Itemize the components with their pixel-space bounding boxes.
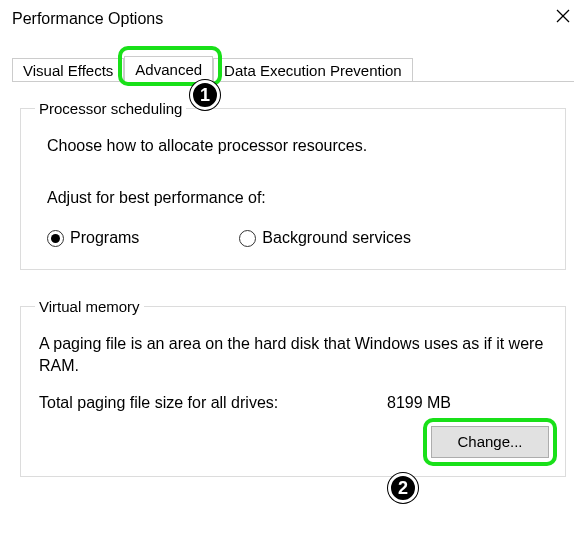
tab-visual-effects[interactable]: Visual Effects: [12, 58, 124, 82]
radio-icon: [239, 230, 256, 247]
radio-group-performance: Programs Background services: [47, 229, 549, 247]
tab-data-execution-prevention[interactable]: Data Execution Prevention: [213, 58, 413, 82]
close-button[interactable]: [540, 0, 586, 32]
virtual-memory-total-value: 8199 MB: [387, 394, 451, 412]
radio-background-services[interactable]: Background services: [239, 229, 411, 247]
radio-label-programs: Programs: [70, 229, 139, 247]
group-legend-processor: Processor scheduling: [35, 100, 186, 117]
radio-icon: [47, 230, 64, 247]
processor-description: Choose how to allocate processor resourc…: [47, 137, 549, 155]
radio-programs[interactable]: Programs: [47, 229, 139, 247]
radio-label-background: Background services: [262, 229, 411, 247]
titlebar: Performance Options: [0, 0, 586, 38]
change-row: Change...: [37, 426, 549, 458]
group-processor-scheduling: Processor scheduling Choose how to alloc…: [20, 100, 566, 270]
tab-bar: Visual Effects Advanced Data Execution P…: [12, 52, 586, 82]
close-icon: [556, 9, 570, 23]
tab-advanced[interactable]: Advanced: [124, 56, 213, 83]
group-virtual-memory: Virtual memory A paging file is an area …: [20, 298, 566, 477]
change-button[interactable]: Change...: [431, 426, 549, 458]
group-legend-virtual-memory: Virtual memory: [35, 298, 144, 315]
window-title: Performance Options: [12, 10, 163, 28]
virtual-memory-total-label: Total paging file size for all drives:: [39, 394, 387, 412]
virtual-memory-total-row: Total paging file size for all drives: 8…: [39, 394, 549, 412]
performance-options-window: Performance Options Visual Effects Advan…: [0, 0, 586, 557]
virtual-memory-description: A paging file is an area on the hard dis…: [39, 333, 549, 378]
adjust-label: Adjust for best performance of:: [47, 189, 549, 207]
tab-content-advanced: Processor scheduling Choose how to alloc…: [12, 82, 574, 557]
